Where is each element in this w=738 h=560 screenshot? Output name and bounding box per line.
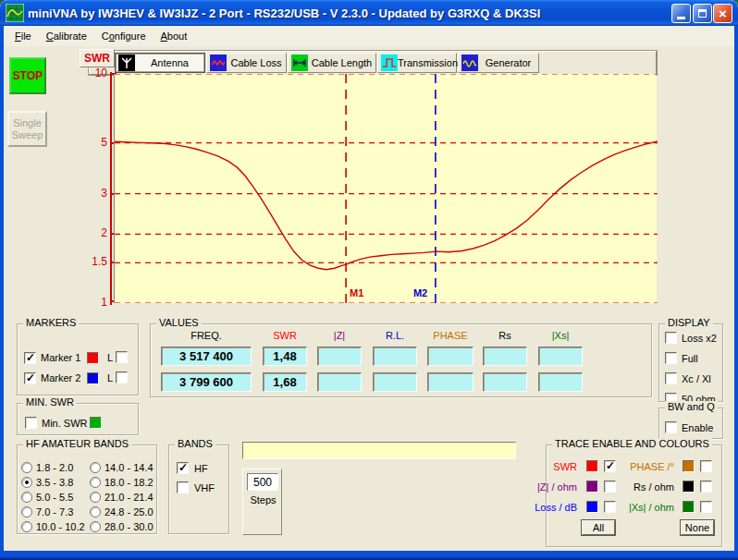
trace-phase-label: PHASE /° (630, 461, 674, 473)
col-header-freq: FREQ. (161, 330, 252, 341)
band-radio-7[interactable] (90, 477, 101, 488)
display-group: DISPLAY Loss x2 Full Xc / Xl 50 ohm (658, 323, 723, 402)
hf-checkbox[interactable] (177, 462, 189, 474)
band-radio-9[interactable] (90, 506, 101, 517)
values-group: VALUES FREQ. SWR |Z| R.L. PHASE Rs |Xs| … (150, 323, 652, 397)
band-radio-3[interactable] (21, 492, 32, 503)
marker2-l-label: L (107, 372, 113, 384)
stop-button[interactable]: STOP (9, 57, 46, 94)
trace-loss-swatch[interactable] (586, 501, 598, 513)
trace-xs-swatch[interactable] (683, 501, 695, 513)
value-freq-m1: 3 517 400 (161, 347, 252, 366)
band-radio-5[interactable] (21, 521, 32, 532)
trace-swr-checkbox[interactable] (604, 460, 616, 472)
steps-panel: 500 Steps (242, 469, 282, 535)
app-icon (6, 4, 24, 22)
marker1-color-swatch[interactable] (87, 352, 99, 364)
window-border-right (734, 26, 738, 551)
generator-icon (461, 55, 478, 71)
swr-axis-labels: 105321.51 (78, 74, 107, 303)
tab-cable-loss[interactable]: Cable Loss (206, 53, 287, 73)
value-rl-m1 (373, 347, 417, 366)
trace-phase-swatch[interactable] (683, 460, 695, 472)
band-radio-1[interactable] (21, 462, 32, 473)
value-z-m1 (317, 347, 362, 366)
full-checkbox[interactable] (665, 352, 677, 364)
title-bar[interactable]: miniVNA by IW3HEV & IW3IJZ - 2 Port - RS… (0, 0, 738, 26)
trace-z-label: |Z| / ohm (537, 481, 577, 493)
tab-transmission[interactable]: Transmission (377, 53, 457, 73)
band-label-3: 5.0 - 5.5 (36, 492, 73, 504)
cable-loss-icon (210, 55, 227, 71)
value-phase-m1 (427, 347, 474, 366)
tab-generator[interactable]: Generator (458, 53, 539, 73)
band-label-10: 28.0 - 30.0 (105, 521, 154, 533)
trace-z-swatch[interactable] (586, 481, 598, 493)
maximize-button[interactable] (693, 4, 712, 23)
trace-z-checkbox[interactable] (604, 481, 616, 493)
marker-label-m2: M2 (413, 287, 427, 298)
value-rl-m2 (373, 372, 417, 392)
hf-amateur-bands-group: HF AMATEUR BANDS 1.8 - 2.0 3.5 - 3.8 5.0… (17, 444, 157, 534)
value-rs-m1 (483, 347, 527, 366)
marker1-label: Marker 1 (41, 352, 80, 364)
marker2-color-swatch[interactable] (87, 372, 99, 384)
steps-input[interactable]: 500 (247, 473, 278, 491)
marker-label-m1: M1 (350, 287, 363, 298)
band-label-6: 14.0 - 14.4 (105, 462, 154, 474)
swr-chart[interactable]: M1 M2 (114, 74, 657, 303)
value-xs-m2 (538, 372, 583, 392)
xc-xl-checkbox[interactable] (665, 372, 677, 384)
band-radio-2[interactable] (21, 477, 32, 488)
col-header-z: |Z| (317, 330, 362, 341)
all-button[interactable]: All (582, 520, 615, 535)
band-radio-8[interactable] (90, 492, 101, 503)
marker1-l-checkbox[interactable] (116, 351, 128, 363)
hf-label: HF (194, 463, 208, 475)
tab-cable-length[interactable]: Cable Length (288, 53, 376, 73)
trace-xs-checkbox[interactable] (700, 501, 712, 513)
menu-calibrate[interactable]: Calibrate (39, 28, 94, 44)
none-button[interactable]: None (681, 520, 714, 535)
band-label-9: 24.8 - 25.0 (105, 506, 154, 518)
tab-antenna[interactable]: Antenna (115, 53, 205, 73)
value-rs-m2 (483, 372, 527, 392)
marker1-l-label: L (107, 352, 113, 364)
min-swr-color-swatch[interactable] (90, 417, 102, 429)
swr-plot-svg (115, 74, 658, 303)
minimize-button[interactable] (671, 4, 691, 23)
bwq-enable-checkbox[interactable] (665, 421, 677, 433)
band-label-7: 18.0 - 18.2 (105, 477, 154, 489)
min-swr-group: MIN. SWR Min. SWR (17, 403, 139, 435)
cable-length-icon (291, 55, 308, 71)
trace-swr-swatch[interactable] (586, 460, 598, 472)
frequency-input[interactable] (242, 442, 516, 459)
antenna-icon (118, 55, 135, 71)
marker2-checkbox[interactable] (24, 372, 36, 384)
trace-rs-checkbox[interactable] (700, 481, 712, 493)
loss-x2-checkbox[interactable] (665, 332, 677, 344)
app-window: miniVNA by IW3HEV & IW3IJZ - 2 Port - RS… (0, 0, 738, 560)
trace-phase-checkbox[interactable] (700, 460, 712, 472)
band-radio-4[interactable] (21, 506, 32, 517)
vhf-checkbox[interactable] (177, 481, 189, 493)
menu-file[interactable]: File (7, 28, 39, 44)
col-header-rs: Rs (483, 330, 527, 341)
value-freq-m2: 3 799 600 (161, 372, 252, 392)
trace-rs-swatch[interactable] (683, 481, 695, 493)
menu-about[interactable]: About (154, 28, 195, 44)
band-radio-6[interactable] (90, 462, 101, 473)
trace-loss-checkbox[interactable] (604, 501, 616, 513)
band-label-1: 1.8 - 2.0 (36, 462, 73, 474)
single-sweep-button[interactable]: Single Sweep (7, 111, 47, 147)
value-phase-m2 (427, 372, 474, 392)
menu-configure[interactable]: Configure (94, 28, 154, 44)
marker2-l-checkbox[interactable] (116, 371, 128, 383)
close-button[interactable]: × (713, 4, 732, 23)
value-xs-m1 (538, 347, 583, 366)
min-swr-checkbox[interactable] (25, 417, 37, 429)
bands-group: BANDS HF VHF (168, 444, 229, 534)
band-radio-10[interactable] (90, 521, 101, 532)
marker1-checkbox[interactable] (24, 352, 36, 364)
bw-q-group: BW and Q Enable (658, 408, 723, 439)
